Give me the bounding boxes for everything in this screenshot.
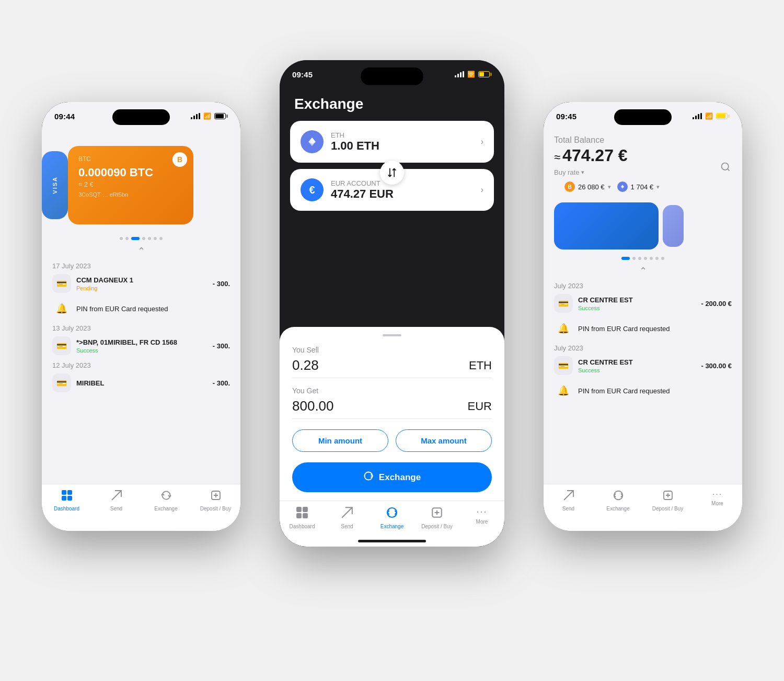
you-get-group: You Get 800.00 EUR <box>292 387 492 419</box>
eth-coin-info: ETH 1.00 ETH <box>331 131 379 153</box>
you-get-value[interactable]: 800.00 <box>292 398 334 414</box>
left-chevron-up[interactable] <box>42 240 240 262</box>
exchange-btn-icon <box>363 471 374 484</box>
you-sell-group: You Sell 0.28 ETH <box>292 346 492 378</box>
right-dot-3 <box>638 257 641 260</box>
right-screen: 09:45 📶 <box>544 102 742 531</box>
eur-coin-icon: € <box>301 178 324 201</box>
right-nav-exchange[interactable]: Exchange <box>593 490 643 512</box>
more-icon-right: ··· <box>712 490 722 499</box>
eth-card-left: ETH 1.00 ETH <box>301 130 379 153</box>
svg-line-17 <box>728 169 730 171</box>
left-nav-exchange[interactable]: Exchange <box>141 490 191 512</box>
right-signal <box>693 113 702 119</box>
right-tx-item-1[interactable]: 💳 CR CENTRE EST Success - 200.00 € <box>554 294 732 313</box>
search-button[interactable] <box>717 158 734 175</box>
you-sell-row[interactable]: 0.28 ETH <box>292 357 492 378</box>
bell-icon-1: 🔔 <box>52 299 71 318</box>
center-signal <box>455 71 464 77</box>
right-dot-1 <box>621 257 630 260</box>
eth-price-item[interactable]: 1 704 € ▾ <box>617 181 660 192</box>
you-sell-currency: ETH <box>469 359 492 372</box>
left-tx-item-2[interactable]: 💳 *>BNP, 01MIRIBEL, FR CD 1568 Success -… <box>52 336 230 355</box>
left-tx-item-1[interactable]: 💳 CCM DAGNEUX 1 Pending - 300. <box>52 274 230 293</box>
right-battery <box>716 113 730 119</box>
page-title: Exchange <box>280 92 504 121</box>
right-bottom-nav: Send Exchange Deposit / Buy <box>544 484 742 531</box>
svg-rect-10 <box>296 513 302 518</box>
svg-rect-9 <box>303 507 308 512</box>
left-signal <box>191 113 200 119</box>
dot-7 <box>159 237 163 240</box>
more-icon-center: ··· <box>476 506 487 517</box>
right-blue-card[interactable] <box>554 202 659 249</box>
left-tx-item-3[interactable]: 💳 MIRIBEL - 300. <box>52 373 230 392</box>
left-tx-status-2: Success <box>76 347 207 354</box>
left-tx-icon-3: 💳 <box>52 373 71 392</box>
you-get-row[interactable]: 800.00 EUR <box>292 398 492 419</box>
right-status-icons: 📶 <box>693 112 730 120</box>
you-get-currency: EUR <box>468 400 492 413</box>
left-tx-amount-1: - 300. <box>213 280 230 288</box>
center-nav-send[interactable]: Send <box>325 506 370 529</box>
center-battery <box>478 71 492 77</box>
left-battery <box>214 113 228 119</box>
exchange-button[interactable]: Exchange <box>292 462 492 492</box>
left-nav-deposit[interactable]: Deposit / Buy <box>191 490 240 512</box>
buy-rate-row[interactable]: Buy rate ▾ <box>554 168 732 176</box>
you-sell-value[interactable]: 0.28 <box>292 357 319 373</box>
eur-coin-info: EUR ACCOUNT 474.27 EUR <box>331 179 394 201</box>
min-amount-button[interactable]: Min amount <box>292 429 388 452</box>
right-chevron-up[interactable] <box>544 260 742 282</box>
you-get-label: You Get <box>292 387 492 395</box>
eth-swap-card[interactable]: ETH 1.00 ETH › <box>290 121 494 163</box>
eur-amount: 474.27 EUR <box>331 187 394 201</box>
right-wifi: 📶 <box>705 112 713 120</box>
left-nav-dashboard[interactable]: Dashboard <box>42 490 91 512</box>
bottom-panel: You Sell 0.28 ETH You Get 800.00 EUR <box>280 327 504 501</box>
visa-card[interactable]: VISA <box>42 151 68 219</box>
left-tx-icon-2: 💳 <box>52 336 71 355</box>
max-amount-button[interactable]: Max amount <box>396 429 492 452</box>
left-nav-send[interactable]: Send <box>91 490 141 512</box>
btc-card-amount: 0.000090 BTC <box>78 166 183 179</box>
center-time: 09:45 <box>292 70 313 79</box>
svg-line-18 <box>564 491 573 500</box>
center-status-icons: 🛜 <box>455 71 492 78</box>
center-nav-deposit[interactable]: Deposit / Buy <box>414 506 459 529</box>
right-eth-card[interactable] <box>663 205 684 247</box>
btc-price-badge: B <box>564 181 575 192</box>
left-card-carousel[interactable]: VISA BTC 0.000090 BTC ≈ 2 € 3CoSQT … eRt… <box>42 130 240 235</box>
right-dot-7 <box>661 257 664 260</box>
right-nav-deposit[interactable]: Deposit / Buy <box>643 490 693 512</box>
left-tx-icon-1: 💳 <box>52 274 71 293</box>
center-nav-dashboard[interactable]: Dashboard <box>280 506 325 529</box>
right-carousel[interactable] <box>544 197 742 255</box>
btc-card-addr: 3CoSQT … eRt5bn <box>78 191 183 198</box>
left-content: VISA BTC 0.000090 BTC ≈ 2 € 3CoSQT … eRt… <box>42 130 240 531</box>
right-nav-more[interactable]: ··· More <box>693 490 742 506</box>
right-tx-name-2: CR CENTRE EST <box>578 358 696 366</box>
right-nav-more-label: More <box>711 501 723 506</box>
btc-price-item[interactable]: B 26 080 € ▾ <box>564 181 611 192</box>
center-nav-more[interactable]: ··· More <box>459 506 504 525</box>
left-wifi: 📶 <box>203 112 211 120</box>
buy-rate-label: Buy rate <box>554 168 579 176</box>
swap-toggle-button[interactable] <box>380 161 404 185</box>
center-nav-send-label: Send <box>341 524 353 529</box>
right-dynamic-island <box>614 109 672 125</box>
left-date-2: 13 July 2023 <box>52 324 230 332</box>
btc-card[interactable]: BTC 0.000090 BTC ≈ 2 € 3CoSQT … eRt5bn B <box>68 146 193 224</box>
eth-price-val: 1 704 € <box>631 183 653 191</box>
right-tx-item-2[interactable]: 💳 CR CENTRE EST Success - 300.00 € <box>554 356 732 375</box>
left-status-icons: 📶 <box>191 112 228 120</box>
right-time: 09:45 <box>556 112 577 121</box>
right-notif-1: 🔔 PIN from EUR Card requested <box>554 319 732 338</box>
btc-card-eur: ≈ 2 € <box>78 180 183 188</box>
deposit-icon-center <box>431 506 443 522</box>
right-notif-text-2: PIN from EUR Card requested <box>578 387 670 395</box>
eth-label: ETH <box>331 131 379 139</box>
left-tx-name-2: *>BNP, 01MIRIBEL, FR CD 1568 <box>76 338 207 346</box>
center-nav-exchange[interactable]: Exchange <box>370 506 414 529</box>
right-nav-send[interactable]: Send <box>544 490 593 512</box>
